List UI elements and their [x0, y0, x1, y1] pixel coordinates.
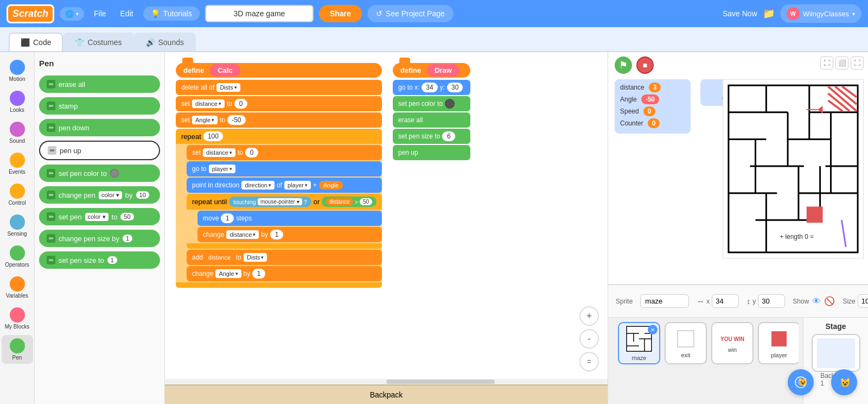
sprite-tray: ✕ maze — [608, 317, 868, 404]
pencil-icon-4: ✏ — [48, 146, 56, 155]
block-set-distance[interactable]: set distance to 0 — [176, 96, 382, 111]
block-add-distance[interactable]: add distance to Dists — [187, 250, 382, 265]
tab-code[interactable]: ⬛ Code — [9, 33, 63, 51]
script-draw[interactable]: define Draw go to x: 34 y: 30 set pen co… — [393, 63, 470, 160]
horizontal-scrollbar[interactable] — [165, 379, 608, 384]
block-pen-up[interactable]: ✏ pen up — [39, 141, 160, 160]
size-input[interactable] — [858, 294, 868, 308]
user-menu-button[interactable]: W WiingyClasses ▾ — [780, 4, 861, 23]
category-pen[interactable]: Pen — [2, 335, 33, 364]
main-area: Motion Looks Sound Events Control Sensin… — [0, 52, 868, 404]
sprite-label-maze: maze — [632, 355, 647, 361]
block-repeat[interactable]: repeat 100 set distance to 0 — [176, 129, 382, 288]
block-set-pen-size-draw[interactable]: set pen size to 6 — [393, 129, 470, 144]
var-speed-label: Speed — [620, 108, 639, 115]
block-delete-all[interactable]: delete all of Dists — [176, 80, 382, 95]
block-pen-up-draw[interactable]: pen up — [393, 145, 470, 160]
block-erase-all-draw[interactable]: erase all — [393, 112, 470, 128]
block-stamp[interactable]: ✏ stamp — [39, 97, 160, 115]
zoom-in-button[interactable]: + — [579, 306, 599, 326]
tutorials-button[interactable]: 💡 Tutorials — [143, 7, 200, 21]
stage-thumb[interactable] — [812, 334, 860, 372]
unstage-button[interactable]: ⛶ — [820, 56, 833, 70]
scroll-thumb[interactable] — [386, 380, 495, 384]
block-point-in-direction[interactable]: point in direction direction of player +… — [187, 178, 382, 193]
block-erase-all[interactable]: ✏ erase all — [39, 75, 160, 93]
green-flag-button[interactable]: ⚑ — [615, 56, 632, 74]
block-change-angle[interactable]: change Angle by 1 — [187, 266, 382, 281]
svg-text:+ length 0 =: + length 0 = — [780, 233, 814, 241]
block-set-pen-color-draw[interactable]: set pen color to — [393, 96, 470, 111]
pencil-icon-8: ✏ — [47, 234, 55, 243]
block-set-pen-color[interactable]: ✏ set pen color to — [39, 165, 160, 182]
zoom-out-button[interactable]: - — [579, 329, 599, 349]
sprite-thumb-maze[interactable]: ✕ maze — [618, 322, 660, 364]
pencil-icon-9: ✏ — [47, 256, 55, 264]
block-change-distance[interactable]: change distance by 1 — [197, 227, 382, 242]
x-input[interactable] — [712, 294, 739, 308]
tab-costumes[interactable]: 👕 Costumes — [63, 33, 133, 51]
category-motion[interactable]: Motion — [2, 56, 33, 85]
save-now-button[interactable]: Save Now — [723, 9, 757, 18]
language-button[interactable]: 🌐 ▾ — [60, 7, 84, 21]
sprite-info-bar: Sprite ↔ x ↕ y Show 👁 🚫 Size — [608, 285, 868, 317]
block-set-pen-color-val[interactable]: ✏ set pen color ▾ to 50 — [39, 208, 160, 225]
block-set-pen-size[interactable]: ✏ set pen size to 1 — [39, 251, 160, 269]
stop-button[interactable]: ■ — [636, 56, 654, 74]
block-define-calc[interactable]: define Calc — [176, 63, 382, 78]
block-change-pen-size[interactable]: ✏ change pen size by 1 — [39, 230, 160, 247]
block-set-angle[interactable]: set Angle to -50 — [176, 112, 382, 128]
category-myblocks[interactable]: My Blocks — [2, 304, 33, 333]
y-coord-group: ↕ y — [746, 294, 785, 308]
svg-rect-38 — [675, 328, 697, 350]
block-set-distance-inner[interactable]: set distance to 0 — [187, 145, 382, 160]
project-title[interactable]: 3D maze game — [205, 5, 314, 22]
variables-monitor: distance 3 Angle -50 Speed 0 Counter 0 — [615, 79, 691, 134]
sprite-thumb-win[interactable]: YOU WIN win — [711, 322, 754, 364]
hide-eye-button[interactable]: 🚫 — [824, 296, 835, 306]
show-label: Show — [793, 298, 809, 305]
block-go-to-xy[interactable]: go to x: 34 y: 30 — [393, 80, 470, 95]
block-define-draw[interactable]: define Draw — [393, 63, 470, 78]
pencil-icon-5: ✏ — [47, 169, 55, 178]
share-button[interactable]: Share — [319, 5, 362, 22]
sprite-thumb-exit[interactable]: exit — [665, 322, 707, 364]
var-distance-label: distance — [620, 84, 644, 91]
delete-maze-button[interactable]: ✕ — [648, 325, 658, 334]
script-calc[interactable]: define Calc delete all of Dists set dist… — [176, 63, 382, 288]
category-events[interactable]: Events — [2, 149, 33, 178]
sprite-name-input[interactable] — [640, 294, 689, 308]
var-counter-label: Counter — [620, 119, 643, 127]
maze-svg: + length 0 = — [723, 80, 863, 258]
fullscreen-button[interactable]: ⛶ — [851, 56, 864, 70]
tab-sounds[interactable]: 🔊 Sounds — [134, 33, 196, 51]
category-looks[interactable]: Looks — [2, 87, 33, 116]
edit-menu-button[interactable]: Edit — [116, 7, 138, 21]
small-stage-button[interactable]: ⬜ — [835, 56, 848, 70]
category-sound[interactable]: Sound — [2, 118, 33, 147]
block-go-to-player[interactable]: go to player — [187, 161, 382, 176]
category-control[interactable]: Control — [2, 180, 33, 209]
right-panel: ⚑ ■ ⛶ ⬜ ⛶ distance 3 Angle - — [608, 52, 868, 404]
category-sensing[interactable]: Sensing — [2, 211, 33, 240]
block-repeat-until[interactable]: repeat until touching mouse-pointer ▾ ? … — [187, 194, 382, 249]
scratch-logo[interactable]: Scratch — [7, 4, 54, 23]
block-change-pen-color[interactable]: ✏ change pen color ▾ by 10 — [39, 186, 160, 204]
block-pen-down[interactable]: ✏ pen down — [39, 119, 160, 136]
backpack-bar[interactable]: Backpack — [165, 384, 608, 404]
show-eye-button[interactable]: 👁 — [812, 296, 821, 306]
pencil-icon-2: ✏ — [47, 102, 55, 110]
add-backdrop-button[interactable]: 😺 — [831, 369, 857, 395]
script-canvas[interactable]: define Calc delete all of Dists set dist… — [165, 52, 608, 404]
zoom-reset-button[interactable]: = — [579, 352, 599, 371]
file-menu-button[interactable]: File — [90, 7, 111, 21]
sprite-thumb-player[interactable]: player — [758, 322, 799, 364]
add-sprite-button[interactable]: 😺 — [788, 369, 814, 395]
category-variables[interactable]: Variables — [2, 273, 33, 302]
category-operators[interactable]: Operators — [2, 242, 33, 271]
y-input[interactable] — [758, 294, 785, 308]
script-area: define Calc delete all of Dists set dist… — [165, 52, 608, 404]
folder-button[interactable]: 📁 — [763, 8, 775, 20]
block-move[interactable]: move 1 steps — [197, 211, 382, 226]
see-project-page-button[interactable]: ↺ See Project Page — [367, 5, 454, 22]
